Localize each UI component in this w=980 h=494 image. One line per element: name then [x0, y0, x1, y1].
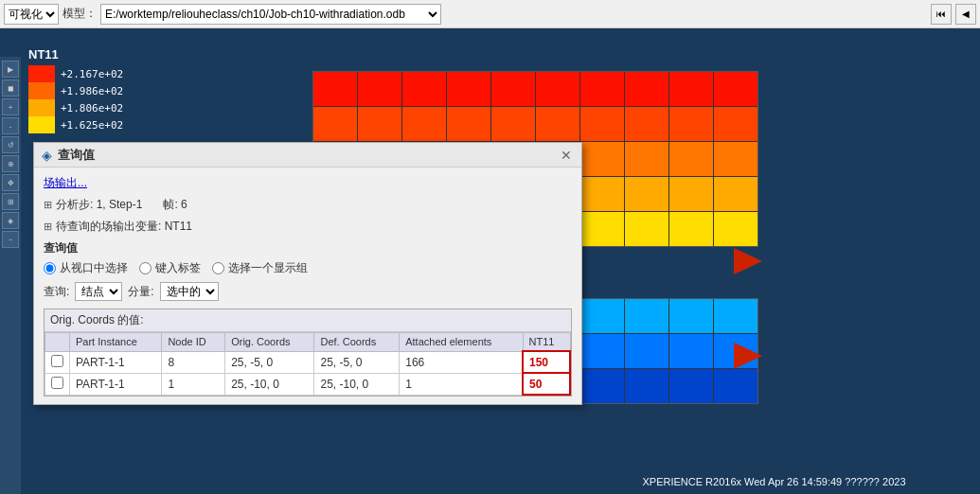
left-icon-8[interactable]: ⊞	[2, 193, 19, 210]
grid-top-cell-27	[625, 142, 668, 176]
frame-label: 帧: 6	[163, 197, 187, 213]
grid-bottom-cell-27	[625, 369, 668, 403]
row-nt11-1: 50	[523, 373, 570, 395]
row-checkbox-1[interactable]	[45, 373, 70, 395]
grid-top-cell-16	[580, 107, 624, 141]
query-options-row: 查询: 结点 分量: 选中的	[44, 282, 572, 301]
table-section: Orig. Coords 的值: Part Instance Node ID O…	[44, 309, 572, 397]
grid-top-cell-46	[580, 212, 624, 246]
query-type-select[interactable]: 结点	[75, 282, 122, 301]
analysis-step-text: 分析步: 1, Step-1	[56, 197, 142, 213]
row-attached-elements-0: 166	[400, 351, 523, 373]
grid-top-cell-4	[491, 72, 535, 106]
grid-top-cell-9	[714, 72, 757, 106]
grid-top-cell-18	[669, 107, 713, 141]
field-output-row: 场输出...	[44, 175, 572, 191]
left-toolbar: ▶ ◼ + - ↺ ⊕ ✥ ⊞ ◈ ~	[0, 57, 21, 494]
left-icon-5[interactable]: ↺	[2, 136, 19, 153]
grid-bottom-cell-6	[580, 299, 624, 333]
grid-top-cell-38	[669, 177, 713, 211]
divide-label: 分量:	[128, 284, 153, 300]
grid-top-cell-36	[580, 177, 624, 211]
field-output-link[interactable]: 场输出...	[44, 175, 87, 191]
grid-bottom-cell-18	[669, 334, 713, 368]
left-icon-4[interactable]: -	[2, 117, 19, 134]
arrow-indicator-2	[734, 343, 762, 369]
grid-bottom-cell-17	[625, 334, 668, 368]
left-icon-10[interactable]: ~	[2, 231, 19, 248]
grid-top-cell-0	[313, 72, 357, 106]
grid-top-cell-37	[625, 177, 668, 211]
output-var-text: 待查询的场输出变量: NT11	[56, 219, 192, 235]
table-body: PART-1-1 8 25, -5, 0 25, -5, 0 166 150 P…	[45, 351, 571, 395]
model-path-select[interactable]: E:/worktemp/reliouheclass/ch10/Job-ch10-…	[100, 4, 441, 25]
row-checkbox-0[interactable]	[45, 351, 70, 373]
th-checkbox	[45, 333, 70, 352]
row-part-instance-1: PART-1-1	[70, 373, 162, 395]
left-icon-7[interactable]: ✥	[2, 174, 19, 191]
grid-bottom-cell-7	[625, 299, 668, 333]
grid-top-cell-11	[358, 107, 401, 141]
status-text: XPERIENCE R2016x Wed Apr 26 14:59:49 ???…	[642, 476, 905, 487]
legend-title: NT11	[28, 47, 142, 62]
grid-top-cell-8	[669, 72, 713, 106]
visualize-select[interactable]: 可视化	[4, 4, 59, 25]
divide-select[interactable]: 选中的	[160, 282, 219, 301]
grid-top-cell-28	[669, 142, 713, 176]
radio-enter-label[interactable]: 键入标签	[139, 260, 201, 276]
row-attached-elements-1: 1	[400, 373, 523, 395]
grid-top-cell-13	[447, 107, 490, 141]
output-var-label: ⊞ 待查询的场输出变量: NT11	[44, 219, 192, 235]
grid-top-cell-6	[580, 72, 624, 106]
legend-bar: +2.167e+02+1.986e+02+1.806e+02+1.625e+02	[28, 65, 142, 133]
query-dialog: ◈ 查询值 ✕ 场输出... ⊞ 分析步: 1, Step-1 帧: 6 ⊞	[33, 142, 582, 405]
nav-controls: ⏮ ◀ ▶ ⏭	[931, 4, 976, 25]
grid-top-cell-39	[714, 177, 757, 211]
analysis-step-row: ⊞ 分析步: 1, Step-1 帧: 6	[44, 197, 572, 213]
grid-top-cell-47	[625, 212, 668, 246]
grid-bottom-cell-28	[669, 369, 713, 403]
dialog-titlebar: ◈ 查询值 ✕	[34, 143, 581, 168]
left-icon-9[interactable]: ◈	[2, 212, 19, 229]
nav-prev-button[interactable]: ◀	[955, 4, 976, 25]
left-icon-1[interactable]: ▶	[2, 61, 19, 78]
output-var-icon: ⊞	[44, 221, 52, 233]
nav-first-button[interactable]: ⏮	[931, 4, 952, 25]
legend-item-1: +1.986e+02	[28, 82, 142, 99]
grid-bottom-cell-26	[580, 369, 624, 403]
row-node-id-0: 8	[162, 351, 225, 373]
status-bar: XPERIENCE R2016x Wed Apr 26 14:59:49 ???…	[568, 469, 980, 494]
grid-bottom-cell-29	[714, 369, 757, 403]
query-label: 查询:	[44, 284, 69, 300]
radio-from-viewport[interactable]: 从视口中选择	[44, 260, 128, 276]
left-icon-3[interactable]: +	[2, 98, 19, 115]
legend: NT11 +2.167e+02+1.986e+02+1.806e+02+1.62…	[28, 47, 142, 133]
left-icon-2[interactable]: ◼	[2, 79, 19, 97]
left-icon-6[interactable]: ⊕	[2, 155, 19, 172]
grid-bottom-cell-8	[669, 299, 713, 333]
grid-top-cell-48	[669, 212, 713, 246]
dialog-close-button[interactable]: ✕	[559, 148, 574, 163]
row-node-id-1: 1	[162, 373, 225, 395]
radio-select-group[interactable]: 选择一个显示组	[212, 260, 308, 276]
legend-item-3: +1.625e+02	[28, 116, 142, 133]
th-orig-coords: Orig. Coords	[225, 333, 314, 352]
row-nt11-0: 150	[523, 351, 570, 373]
row-orig-coords-1: 25, -10, 0	[225, 373, 314, 395]
grid-top-cell-10	[313, 107, 357, 141]
grid-top-cell-5	[536, 72, 579, 106]
data-table: Part Instance Node ID Orig. Coords Def. …	[45, 332, 571, 396]
th-part-instance: Part Instance	[70, 333, 162, 352]
grid-top-cell-15	[536, 107, 579, 141]
grid-top-cell-26	[580, 142, 624, 176]
legend-item-0: +2.167e+02	[28, 65, 142, 82]
toolbar: 可视化 模型： E:/worktemp/reliouheclass/ch10/J…	[0, 0, 980, 28]
table-row: PART-1-1 8 25, -5, 0 25, -5, 0 166 150	[45, 351, 571, 373]
grid-bottom-cell-16	[580, 334, 624, 368]
grid-top-cell-2	[402, 72, 446, 106]
grid-top-cell-29	[714, 142, 757, 176]
table-row: PART-1-1 1 25, -10, 0 25, -10, 0 1 50	[45, 373, 571, 395]
row-orig-coords-0: 25, -5, 0	[225, 351, 314, 373]
grid-bottom-cell-9	[714, 299, 757, 333]
arrow-indicator-1	[734, 248, 762, 274]
